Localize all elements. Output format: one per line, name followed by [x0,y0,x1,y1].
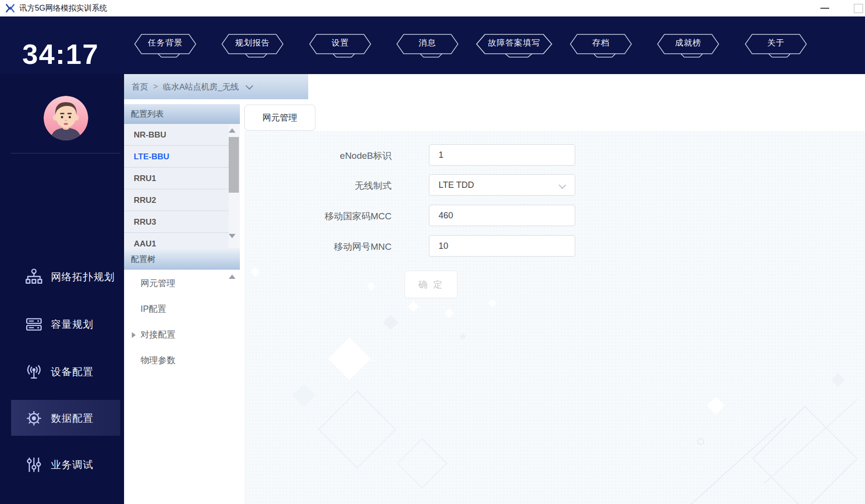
mcc-label: 移动国家码MCC [246,210,392,223]
data-config-gear-icon [25,410,43,427]
window-title: 讯方5G网络模拟实训系统 [19,0,107,16]
nav-about-button[interactable]: 关于 [744,33,807,58]
tree-scroll-up-icon[interactable] [229,275,236,279]
enodeb-id-label: eNodeB标识 [246,150,392,162]
mnc-input[interactable] [429,235,575,257]
config-list-item-nr-bbu[interactable]: NR-BBU [124,124,229,146]
nav-settings-button[interactable]: 设置 [309,33,372,58]
tree-item-ip-config[interactable]: IP配置 [124,296,240,322]
sidebar: 网络拓扑规划 容量规划 [0,74,124,504]
list-scroll-down-icon[interactable] [229,234,236,238]
list-scroll-up-icon[interactable] [229,128,236,133]
sidebar-item-network-topology[interactable]: 网络拓扑规划 [0,253,124,300]
sidebar-item-service-debug[interactable]: 业务调试 [0,441,124,488]
nav-task-background-button[interactable]: 任务背景 [134,33,197,58]
topology-icon [25,268,43,286]
config-list-item-rru2[interactable]: RRU2 [124,189,229,211]
mcc-input[interactable] [429,205,575,226]
maximize-button[interactable] [848,0,865,16]
service-debug-sliders-icon [25,456,43,473]
list-scrollbar-thumb[interactable] [229,137,239,193]
sidebar-item-label: 网络拓扑规划 [51,270,115,284]
sidebar-item-device-config[interactable]: 设备配置 [0,348,124,395]
breadcrumb-current[interactable]: 临水A站点机房_无线 [163,81,239,92]
tree-item-network-element-mgmt[interactable]: 网元管理 [124,271,240,296]
config-tree-header: 配置树 [124,248,240,270]
tab-network-element-mgmt[interactable]: 网元管理 [244,105,315,131]
config-list-item-lte-bbu[interactable]: LTE-BBU [124,146,229,168]
tree-item-physical-params[interactable]: 物理参数 [124,348,240,373]
breadcrumb-separator: > [153,82,158,92]
nav-achievements-button[interactable]: 成就榜 [657,33,720,58]
nav-planning-report-button[interactable]: 规划报告 [221,33,284,58]
config-list-header: 配置列表 [124,104,240,124]
sidebar-item-data-config[interactable]: 数据配置 [0,395,124,442]
mnc-label: 移动网号MNC [246,241,392,253]
tree-item-interconnect-config[interactable]: 对接配置 [124,322,240,348]
sidebar-item-label: 数据配置 [51,412,94,425]
device-config-icon [25,363,43,381]
user-avatar [44,96,88,140]
config-list-item-rru1[interactable]: RRU1 [124,168,229,189]
breadcrumb-home-link[interactable]: 首页 [132,81,148,92]
tree-expand-arrow-icon[interactable] [132,332,136,338]
app-window: 讯方5G网络模拟实训系统 34:17 任务背景 规划报告 设置 消息 故障答案填… [0,0,865,504]
sidebar-item-label: 业务调试 [51,458,94,472]
countdown-timer: 34:17 [22,38,99,70]
radio-mode-label: 无线制式 [246,180,392,192]
minimize-button[interactable] [814,0,835,16]
sidebar-item-label: 容量规划 [51,318,94,331]
confirm-button[interactable]: 确 定 [405,271,457,298]
nav-archive-button[interactable]: 存档 [569,33,632,58]
watermark-diamond [697,438,704,445]
nav-messages-button[interactable]: 消息 [396,33,459,58]
capacity-icon [25,316,43,333]
config-list: NR-BBU LTE-BBU RRU1 RRU2 RRU3 AAU1 [124,124,240,248]
radio-mode-select[interactable] [429,174,575,196]
sidebar-item-label: 设备配置 [51,365,94,379]
sidebar-divider [11,153,120,153]
config-list-item-rru3[interactable]: RRU3 [124,211,229,233]
breadcrumb-chevron-down-icon[interactable] [246,82,253,90]
config-list-item-aau1[interactable]: AAU1 [124,233,229,248]
sidebar-item-capacity-planning[interactable]: 容量规划 [0,301,124,348]
title-bar: 讯方5G网络模拟实训系统 [0,0,865,16]
breadcrumb: 首页 > 临水A站点机房_无线 [124,74,308,99]
app-logo-icon [5,3,16,14]
nav-fault-answer-button[interactable]: 故障答案填写 [475,33,553,58]
enodeb-id-input[interactable] [429,144,575,166]
